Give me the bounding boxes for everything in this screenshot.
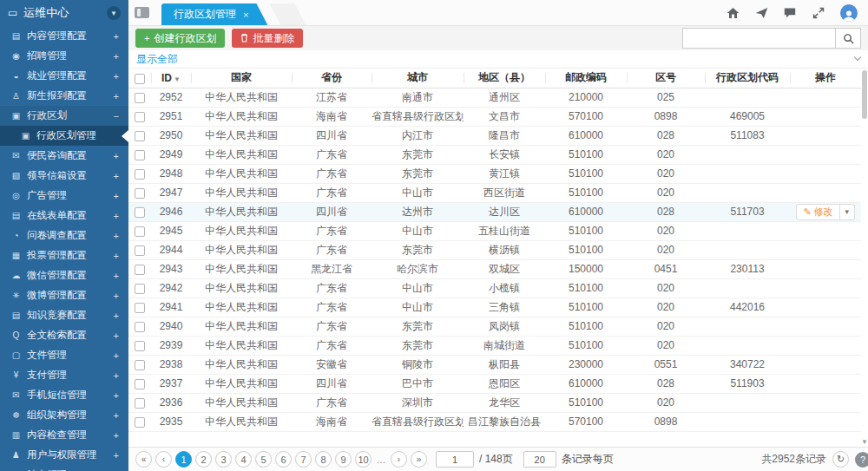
cell-country: 中华人民共和国	[191, 202, 292, 221]
row-checkbox[interactable]	[135, 207, 145, 218]
tab-close-icon[interactable]: ×	[243, 10, 248, 20]
row-checkbox[interactable]	[135, 322, 145, 332]
column-header-label: 城市	[407, 71, 428, 83]
column-header-label: 操作	[815, 71, 836, 83]
sidebar-item[interactable]: ▢文件管理+	[0, 345, 128, 365]
sidebar-item[interactable]: ◉招聘管理+	[0, 46, 128, 66]
sidebar-item[interactable]: ♟用户与权限管理+	[0, 445, 128, 465]
fullscreen-icon[interactable]	[812, 6, 825, 20]
sidebar-item[interactable]: ◒就业管理配置+	[0, 66, 128, 86]
sidebar-item[interactable]: ▤知识竞赛配置+	[0, 305, 128, 325]
cell-province: 广东省	[292, 221, 372, 240]
help-icon[interactable]: ?	[855, 452, 868, 468]
row-checkbox[interactable]	[135, 93, 145, 103]
home-icon[interactable]	[726, 6, 740, 20]
cell-postal: 570100	[545, 107, 627, 126]
next-page-button[interactable]: ›	[391, 451, 407, 468]
sidebar-item[interactable]: ▤内容管理配置+	[0, 26, 128, 46]
row-checkbox[interactable]	[135, 245, 145, 256]
sidebar-item[interactable]: ◔问卷调查配置+	[0, 226, 128, 245]
sidebar-item[interactable]: ▦投票管理配置+	[0, 245, 128, 265]
cell-postal: 610000	[545, 126, 627, 145]
row-checkbox[interactable]	[135, 265, 145, 275]
page-number-button[interactable]: 7	[295, 451, 312, 468]
sort-desc-icon[interactable]: ▼	[174, 75, 181, 83]
table-scrollbar[interactable]: ▼	[860, 69, 867, 447]
sidebar-item[interactable]: ▣行政区划−	[0, 106, 128, 126]
page-number-button[interactable]: 4	[235, 451, 252, 468]
row-checkbox[interactable]	[135, 112, 145, 122]
chat-icon[interactable]	[783, 6, 797, 20]
show-all-link[interactable]: 显示全部	[136, 52, 178, 67]
create-region-button[interactable]: + 创建行政区划	[135, 29, 225, 48]
batch-delete-button[interactable]: 批量删除	[232, 29, 303, 48]
pagination-bar: « ‹ 12345678910 ... › » / 148页 条记录每页 共29…	[128, 447, 868, 471]
tabs-menu-button[interactable]	[135, 7, 149, 18]
sidebar-item[interactable]: ¥支付管理+	[0, 365, 128, 385]
row-checkbox[interactable]	[135, 226, 145, 237]
sidebar-item[interactable]: ✉手机短信管理+	[0, 385, 128, 405]
page-size-input[interactable]	[523, 451, 556, 468]
cell-division_code	[705, 317, 790, 336]
row-checkbox[interactable]	[135, 360, 145, 370]
cell-actions	[790, 145, 861, 164]
prev-page-button[interactable]: ‹	[155, 451, 172, 468]
cell-area_code: 020	[627, 221, 705, 240]
sidebar-item[interactable]: ✉便民咨询配置+	[0, 146, 128, 166]
cell-province: 江苏省	[292, 88, 372, 107]
row-checkbox[interactable]	[135, 150, 145, 160]
row-checkbox[interactable]	[135, 169, 145, 180]
row-checkbox[interactable]	[135, 398, 145, 409]
sidebar-item[interactable]: ☸组织架构管理+	[0, 405, 128, 425]
search-input[interactable]	[682, 28, 835, 49]
row-checkbox[interactable]	[135, 188, 145, 199]
row-checkbox[interactable]	[135, 303, 145, 313]
sidebar-item[interactable]: ▧领导信箱设置+	[0, 166, 128, 186]
row-checkbox[interactable]	[135, 131, 145, 141]
current-page-input[interactable]	[436, 451, 474, 468]
tab-region-management[interactable]: 行政区划管理 ×	[161, 3, 267, 25]
sidebar-item[interactable]: ◎广告管理+	[0, 186, 128, 206]
page-number-button[interactable]: 2	[195, 451, 212, 468]
sidebar-item[interactable]: ▦站点管理+	[0, 465, 128, 471]
user-avatar[interactable]	[840, 4, 858, 22]
refresh-icon[interactable]: ↻	[832, 451, 849, 468]
plus-icon: +	[144, 34, 149, 43]
sidebar-item[interactable]: ☁微信管理配置+	[0, 265, 128, 285]
sidebar-item-label: 微博管理配置	[27, 289, 87, 302]
page-number-button[interactable]: 5	[255, 451, 272, 468]
page-number-button[interactable]: 8	[315, 451, 332, 468]
sidebar-item[interactable]: ▤在线表单配置+	[0, 206, 128, 226]
page-number-button[interactable]: 1	[175, 451, 192, 468]
sidebar-item-label: 用户与权限管理	[27, 448, 97, 461]
sidebar-collapse-button[interactable]: ▼	[107, 6, 121, 20]
first-page-button[interactable]: «	[135, 451, 152, 468]
sidebar-item[interactable]: ✳微博管理配置+	[0, 285, 128, 305]
sidebar-item[interactable]: ▥内容检查管理+	[0, 425, 128, 445]
search-button[interactable]	[835, 28, 861, 49]
more-actions-button[interactable]: ▼	[840, 204, 855, 220]
sidebar-item[interactable]: ♙新生报到配置+	[0, 86, 128, 106]
select-all-checkbox[interactable]	[135, 74, 145, 84]
scrollbar-thumb[interactable]	[862, 70, 867, 119]
chevron-down-icon[interactable]	[854, 54, 861, 61]
last-page-button[interactable]: »	[411, 451, 427, 468]
row-checkbox[interactable]	[135, 417, 145, 428]
page-number-button[interactable]: 9	[335, 451, 352, 468]
scrollbar-down-icon[interactable]: ▼	[861, 438, 868, 446]
sidebar-item[interactable]: Q全文检索配置+	[0, 325, 128, 345]
page-number-button[interactable]: 6	[275, 451, 292, 468]
cell-checkbox	[128, 298, 151, 317]
page-number-button[interactable]: 3	[215, 451, 232, 468]
row-checkbox[interactable]	[135, 284, 145, 294]
page-number-button[interactable]: 10	[355, 451, 372, 468]
send-icon[interactable]	[754, 6, 768, 20]
table-row: 2944中华人民共和国广东省东莞市横沥镇510100020	[128, 240, 861, 259]
row-checkbox[interactable]	[135, 379, 145, 389]
row-checkbox[interactable]	[135, 341, 145, 351]
cell-id: 2946	[151, 202, 191, 221]
cell-area_code: 025	[627, 88, 705, 107]
check-icon: ▥	[10, 430, 23, 440]
edit-button[interactable]: ✎修改	[796, 204, 839, 220]
sidebar-subitem[interactable]: ▣行政区划管理	[0, 126, 128, 146]
